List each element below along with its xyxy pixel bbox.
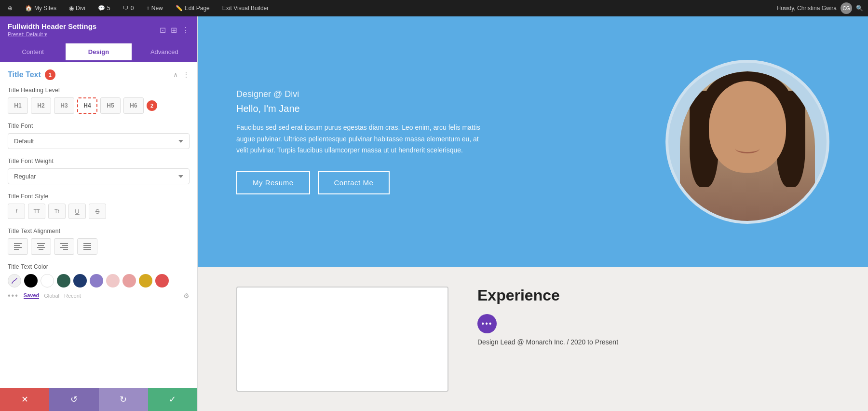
exp-dot-button[interactable]: ••• <box>477 314 497 333</box>
heading-h2-button[interactable]: H2 <box>31 97 51 114</box>
heading-h1-button[interactable]: H1 <box>8 97 28 114</box>
title-font-weight-label: Title Font Weight <box>8 158 190 164</box>
color-red[interactable] <box>155 274 169 288</box>
align-center-icon <box>37 243 45 250</box>
svg-rect-9 <box>62 245 68 246</box>
color-dark-blue[interactable] <box>73 274 87 288</box>
title-font-style-label: Title Font Style <box>8 193 190 200</box>
more-options-icon[interactable]: ⋮ <box>182 26 190 35</box>
tt-button[interactable]: TT <box>28 204 45 219</box>
admin-bar: ⊕ 🏠 My Sites ◉ Divi 💬 5 🗨 0 + New ✏️ Edi… <box>0 0 868 16</box>
svg-rect-13 <box>83 245 91 246</box>
tab-content[interactable]: Content <box>0 43 66 62</box>
color-black[interactable] <box>24 274 38 288</box>
color-tab-global[interactable]: Global <box>44 293 59 299</box>
new-button[interactable]: + New <box>143 0 165 16</box>
color-dark-green[interactable] <box>57 274 70 288</box>
content-area: Designer @ Divi Hello, I'm Jane Faucibus… <box>198 16 868 411</box>
heading-h4-button[interactable]: H4 <box>77 97 97 114</box>
strikethrough-button[interactable]: S <box>89 204 106 219</box>
comment-count2-button[interactable]: 🗨 0 <box>120 0 137 16</box>
color-light-pink[interactable] <box>106 274 120 288</box>
svg-rect-12 <box>83 243 91 244</box>
color-tab-saved[interactable]: Saved <box>24 292 39 299</box>
section-title: Title Text <box>8 70 41 79</box>
section-header: Title Text 1 ∧ ⋮ <box>8 69 190 80</box>
hero-section: Designer @ Divi Hello, I'm Jane Faucibus… <box>198 16 868 267</box>
search-icon[interactable]: 🔍 <box>856 5 863 12</box>
heading-buttons: H1 H2 H3 H4 H5 H6 2 <box>8 97 190 114</box>
tab-design[interactable]: Design <box>66 43 131 62</box>
panel-content: Title Text 1 ∧ ⋮ Title Heading Level H1 … <box>0 62 197 388</box>
align-right-button[interactable] <box>54 238 74 255</box>
heading-h6-button[interactable]: H6 <box>123 97 144 114</box>
svg-rect-6 <box>37 247 45 248</box>
divi-button[interactable]: ◉ Divi <box>66 0 88 16</box>
svg-rect-11 <box>63 249 68 250</box>
section-more-icon[interactable]: ⋮ <box>183 71 190 79</box>
svg-rect-8 <box>60 243 68 244</box>
align-left-button[interactable] <box>8 238 28 255</box>
align-right-icon <box>60 243 68 250</box>
italic-button[interactable]: I <box>8 204 25 219</box>
title-font-select[interactable]: Default <box>8 133 190 149</box>
color-white[interactable] <box>41 274 54 288</box>
section-controls: ∧ ⋮ <box>173 71 190 79</box>
hero-text: Designer @ Divi Hello, I'm Jane Faucibus… <box>236 89 665 194</box>
heading-h5-button[interactable]: H5 <box>100 97 121 114</box>
expand-icon[interactable]: ⊞ <box>171 26 177 35</box>
underline-button[interactable]: U <box>68 204 86 219</box>
hero-image <box>665 60 829 224</box>
title-font-row: Title Font Default <box>8 123 190 149</box>
color-gold[interactable] <box>139 274 152 288</box>
bubble-icon: 🗨 <box>123 5 129 12</box>
panel-preset[interactable]: Preset: Default ▾ <box>8 31 96 38</box>
title-text-alignment-label: Title Text Alignment <box>8 228 190 234</box>
my-sites-button[interactable]: 🏠 My Sites <box>22 0 59 16</box>
svg-rect-3 <box>14 249 19 250</box>
minimize-icon[interactable]: ⊡ <box>160 26 166 35</box>
color-swatches <box>8 274 190 288</box>
comments-button[interactable]: 💬 5 <box>95 0 113 16</box>
color-dots[interactable]: ••• <box>8 291 19 300</box>
divi-icon: ◉ <box>69 5 74 12</box>
svg-rect-2 <box>14 247 22 248</box>
align-justify-button[interactable] <box>77 238 97 255</box>
exp-dot-icon: ••• <box>482 319 493 328</box>
svg-rect-0 <box>14 243 22 244</box>
title-text-color-row: Title Text Color ••• <box>8 263 190 300</box>
howdy-text: Howdy, Christina Gwira <box>777 5 837 12</box>
align-center-button[interactable] <box>31 238 51 255</box>
svg-rect-1 <box>14 245 20 246</box>
contact-button[interactable]: Contact Me <box>318 171 390 194</box>
confirm-button[interactable]: ✓ <box>148 388 197 411</box>
tt2-button[interactable]: Tt <box>48 204 66 219</box>
title-font-style-row: Title Font Style I TT Tt U S <box>8 193 190 219</box>
edit-page-button[interactable]: ✏️ Edit Page <box>173 0 213 16</box>
section-title-row: Title Text 1 <box>8 69 55 80</box>
undo-button[interactable]: ↺ <box>49 388 98 411</box>
panel-header-icons: ⊡ ⊞ ⋮ <box>160 26 190 35</box>
face <box>709 81 786 173</box>
svg-rect-15 <box>83 249 91 250</box>
collapse-icon[interactable]: ∧ <box>173 71 178 79</box>
title-font-weight-select[interactable]: Regular <box>8 168 190 184</box>
wp-icon-button[interactable]: ⊕ <box>5 0 15 16</box>
color-tab-recent[interactable]: Recent <box>64 293 81 299</box>
color-pink[interactable] <box>122 274 136 288</box>
badge-2: 2 <box>147 100 157 111</box>
exit-visual-builder-button[interactable]: Exit Visual Builder <box>219 0 272 16</box>
color-purple[interactable] <box>90 274 103 288</box>
panel-title: Fullwidth Header Settings <box>8 22 96 30</box>
redo-button[interactable]: ↻ <box>99 388 148 411</box>
heading-h3-button[interactable]: H3 <box>54 97 74 114</box>
tab-advanced[interactable]: Advanced <box>132 43 197 62</box>
settings-panel: Fullwidth Header Settings Preset: Defaul… <box>0 16 198 411</box>
resume-button[interactable]: My Resume <box>236 171 310 194</box>
panel-actions: ✕ ↺ ↻ ✓ <box>0 388 197 411</box>
experience-title: Experience <box>477 287 829 304</box>
cancel-button[interactable]: ✕ <box>0 388 49 411</box>
panel-header-info: Fullwidth Header Settings Preset: Defaul… <box>8 22 96 38</box>
eyedropper-button[interactable] <box>8 274 21 288</box>
color-settings-icon[interactable]: ⚙ <box>183 292 190 300</box>
